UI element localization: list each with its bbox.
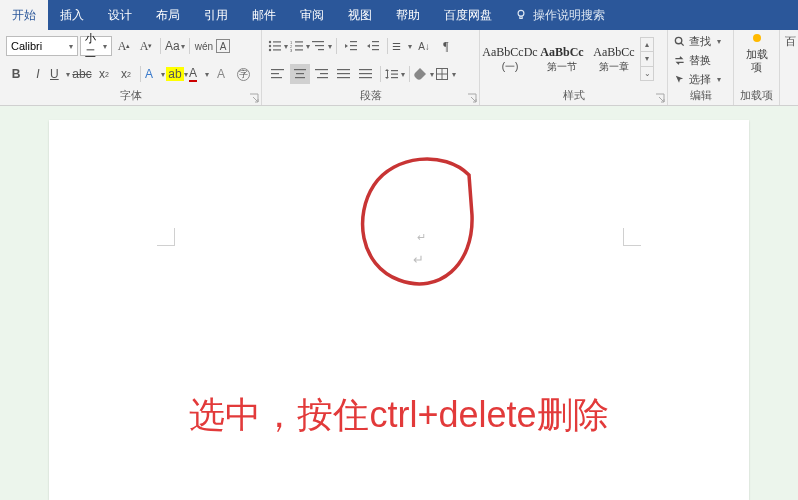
text-effects-button[interactable]: A▾ [145, 64, 165, 84]
font-size-select[interactable]: 小二▾ [80, 36, 112, 56]
tell-me-label: 操作说明搜索 [533, 7, 605, 24]
svg-rect-39 [391, 74, 398, 75]
margin-mark-tl [157, 228, 175, 246]
search-icon [674, 36, 685, 47]
margin-mark-tr [623, 228, 641, 246]
menu-tab-view[interactable]: 视图 [336, 0, 384, 30]
align-left-button[interactable] [268, 64, 288, 84]
pinyin-button[interactable]: wén [194, 36, 214, 56]
svg-rect-21 [372, 49, 379, 50]
paragraph-mark-1: ↵ [417, 231, 426, 244]
shrink-font-button[interactable]: A▾ [136, 36, 156, 56]
group-addins: 加载项 加载项 [734, 30, 780, 105]
decrease-indent-button[interactable] [341, 36, 361, 56]
svg-point-5 [269, 49, 271, 51]
svg-rect-29 [320, 73, 328, 74]
highlight-button[interactable]: ab▾ [167, 64, 187, 84]
svg-rect-10 [295, 45, 303, 46]
show-marks-button[interactable]: ¶ [436, 36, 456, 56]
replace-icon [674, 55, 685, 66]
svg-point-44 [675, 37, 681, 43]
paragraph-dialog-launcher-icon[interactable] [467, 93, 477, 103]
italic-button[interactable]: I [28, 64, 48, 84]
svg-point-0 [518, 10, 524, 16]
group-font-label: 字体 [0, 88, 261, 105]
ribbon: Calibri▾ 小二▾ A▴ A▾ Aa▾ wén A B I U▾ abc … [0, 30, 798, 106]
increase-indent-button[interactable] [363, 36, 383, 56]
svg-rect-6 [273, 49, 281, 50]
shading-button[interactable]: ▾ [414, 64, 434, 84]
bullets-button[interactable]: ▾ [268, 36, 288, 56]
svg-rect-22 [271, 69, 284, 70]
group-editing-label: 编辑 [668, 88, 733, 105]
indent-icon [366, 40, 380, 52]
subscript-button[interactable]: x2 [94, 64, 114, 84]
svg-point-1 [269, 41, 271, 43]
menu-tab-design[interactable]: 设计 [96, 0, 144, 30]
styles-dialog-launcher-icon[interactable] [655, 93, 665, 103]
menu-tab-references[interactable]: 引用 [192, 0, 240, 30]
borders-icon [436, 68, 448, 80]
style-item-1[interactable]: AaBbCcDc(一) [484, 37, 536, 81]
svg-rect-34 [359, 69, 372, 70]
char-shading-button[interactable]: A [211, 64, 231, 84]
align-justify-button[interactable] [334, 64, 354, 84]
svg-text:2: 2 [290, 44, 293, 49]
sort-button[interactable]: A↓ [414, 36, 434, 56]
menu-tab-insert[interactable]: 插入 [48, 0, 96, 30]
menu-tab-mailings[interactable]: 邮件 [240, 0, 288, 30]
document-area: ↵ ↵ 选中，按住ctrl+delete删除 [0, 106, 798, 500]
menu-tab-baidu[interactable]: 百度网盘 [432, 0, 504, 30]
underline-button[interactable]: U▾ [50, 64, 70, 84]
find-button[interactable]: 查找▾ [674, 33, 727, 49]
borders-button[interactable]: ▾ [436, 64, 456, 84]
menu-tab-help[interactable]: 帮助 [384, 0, 432, 30]
group-styles: AaBbCcDc(一) AaBbCc第一节 AaBbCc第一章 ▴▾⌄ 样式 [480, 30, 668, 105]
svg-rect-30 [317, 77, 328, 78]
multilevel-button[interactable]: ▾ [312, 36, 332, 56]
menu-tab-review[interactable]: 审阅 [288, 0, 336, 30]
styles-gallery-nav[interactable]: ▴▾⌄ [640, 37, 654, 81]
font-color-button[interactable]: A▾ [189, 64, 209, 84]
bold-button[interactable]: B [6, 64, 26, 84]
replace-button[interactable]: 替换 [674, 52, 727, 68]
svg-rect-13 [312, 41, 324, 42]
svg-rect-24 [271, 77, 282, 78]
font-name-select[interactable]: Calibri▾ [6, 36, 78, 56]
svg-rect-41 [437, 69, 448, 80]
addin-dot-icon [753, 34, 761, 42]
style-item-2[interactable]: AaBbCc第一节 [536, 37, 588, 81]
page[interactable]: ↵ ↵ 选中，按住ctrl+delete删除 [49, 120, 749, 500]
tell-me-search[interactable]: 操作说明搜索 [514, 7, 605, 24]
svg-rect-40 [391, 77, 398, 78]
addins-button[interactable]: 加载项 [734, 30, 779, 78]
style-item-3[interactable]: AaBbCc第一章 [588, 37, 640, 81]
svg-rect-4 [273, 45, 281, 46]
align-left-icon [271, 68, 285, 80]
char-border-button[interactable]: A [216, 39, 230, 53]
menu-tab-layout[interactable]: 布局 [144, 0, 192, 30]
font-dialog-launcher-icon[interactable] [249, 93, 259, 103]
grow-font-button[interactable]: A▴ [114, 36, 134, 56]
align-distribute-icon [359, 68, 373, 80]
svg-rect-20 [372, 45, 379, 46]
line-spacing-button[interactable]: ▾ [385, 64, 405, 84]
strikethrough-button[interactable]: abc [72, 64, 92, 84]
align-distribute-button[interactable] [356, 64, 376, 84]
svg-rect-14 [315, 45, 324, 46]
change-case-button[interactable]: Aa▾ [165, 36, 185, 56]
group-addins-label: 加载项 [734, 88, 779, 105]
instruction-annotation-text: 选中，按住ctrl+delete删除 [189, 391, 608, 440]
menu-tab-home[interactable]: 开始 [0, 0, 48, 30]
asian-layout-button[interactable]: ☰▾ [392, 36, 412, 56]
select-button[interactable]: 选择▾ [674, 71, 727, 87]
superscript-button[interactable]: x2 [116, 64, 136, 84]
align-center-button[interactable] [290, 64, 310, 84]
svg-rect-35 [359, 73, 372, 74]
numbering-button[interactable]: 123▾ [290, 36, 310, 56]
paragraph-mark-2: ↵ [413, 252, 424, 267]
align-right-button[interactable] [312, 64, 332, 84]
enclose-char-button[interactable]: 字 [233, 64, 253, 84]
styles-gallery[interactable]: AaBbCcDc(一) AaBbCc第一节 AaBbCc第一章 ▴▾⌄ [484, 37, 663, 81]
group-extra: 百 [780, 30, 798, 105]
